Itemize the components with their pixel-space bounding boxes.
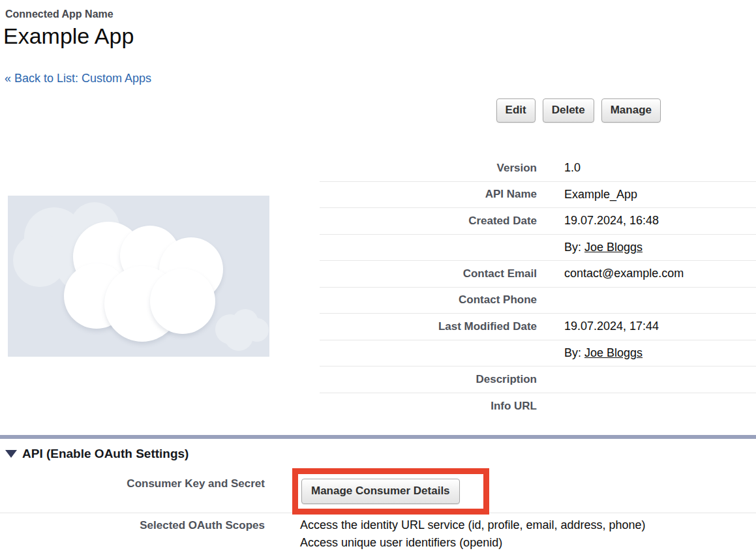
by-prefix: By: <box>564 346 584 359</box>
detail-row-description: Description <box>320 366 756 393</box>
app-logo-image <box>8 196 269 357</box>
field-label: Version <box>320 162 537 175</box>
field-value: By: Joe Bloggs <box>537 346 756 360</box>
field-value: Example_App <box>537 188 756 202</box>
section-divider-bar <box>0 435 756 439</box>
page-title: Example App <box>3 23 134 49</box>
field-label: Contact Email <box>320 267 537 280</box>
modified-by-user-link[interactable]: Joe Bloggs <box>584 346 643 359</box>
manage-button[interactable]: Manage <box>601 98 661 123</box>
detail-row-created-date: Created Date 19.07.2024, 16:48 <box>320 208 756 235</box>
collapse-triangle-icon[interactable] <box>5 450 17 458</box>
field-label: Created Date <box>320 215 537 228</box>
field-value: 19.07.2024, 17:44 <box>537 320 756 333</box>
oauth-section-title: API (Enable OAuth Settings) <box>22 447 189 461</box>
annotation-highlight-box: Manage Consumer Details <box>292 468 489 515</box>
detail-row-modified-by: By: Joe Bloggs <box>320 340 756 367</box>
consumer-key-secret-label: Consumer Key and Secret <box>0 477 265 490</box>
selected-oauth-scopes-label: Selected OAuth Scopes <box>0 519 265 532</box>
detail-row-api-name: API Name Example_App <box>320 182 756 209</box>
field-label: Contact Phone <box>320 293 537 306</box>
field-value: By: Joe Bloggs <box>537 241 756 254</box>
toolbar: Edit Delete Manage <box>496 98 661 123</box>
oauth-scopes-values: Access the identity URL service (id, pro… <box>300 516 646 552</box>
detail-row-version: Version 1.0 <box>320 155 756 182</box>
field-label: Last Modified Date <box>320 320 537 333</box>
manage-consumer-details-button[interactable]: Manage Consumer Details <box>301 479 460 504</box>
field-label: Info URL <box>320 400 537 413</box>
field-label: API Name <box>320 188 537 201</box>
field-label: Description <box>320 373 537 386</box>
by-prefix: By: <box>564 241 584 254</box>
edit-button[interactable]: Edit <box>496 98 536 123</box>
detail-table: Version 1.0 API Name Example_App Created… <box>320 155 756 419</box>
oauth-scope-item: Access unique user identifiers (openid) <box>300 534 646 552</box>
detail-row-contact-email: Contact Email contact@example.com <box>320 261 756 288</box>
oauth-section-header: API (Enable OAuth Settings) <box>5 447 189 461</box>
connected-app-name-label: Connected App Name <box>5 8 113 20</box>
detail-row-info-url: Info URL <box>320 393 756 420</box>
connected-app-detail-page: Connected App Name Example App « Back to… <box>0 0 756 553</box>
back-to-list-link[interactable]: « Back to List: Custom Apps <box>5 72 151 85</box>
created-by-user-link[interactable]: Joe Bloggs <box>584 241 643 254</box>
field-value: 1.0 <box>537 161 756 175</box>
field-value: contact@example.com <box>537 267 756 280</box>
detail-row-created-by: By: Joe Bloggs <box>320 235 756 262</box>
field-value: 19.07.2024, 16:48 <box>537 214 756 228</box>
detail-row-contact-phone: Contact Phone <box>320 288 756 314</box>
delete-button[interactable]: Delete <box>543 98 594 123</box>
oauth-scope-item: Access the identity URL service (id, pro… <box>300 516 646 534</box>
detail-row-last-modified-date: Last Modified Date 19.07.2024, 17:44 <box>320 314 756 340</box>
